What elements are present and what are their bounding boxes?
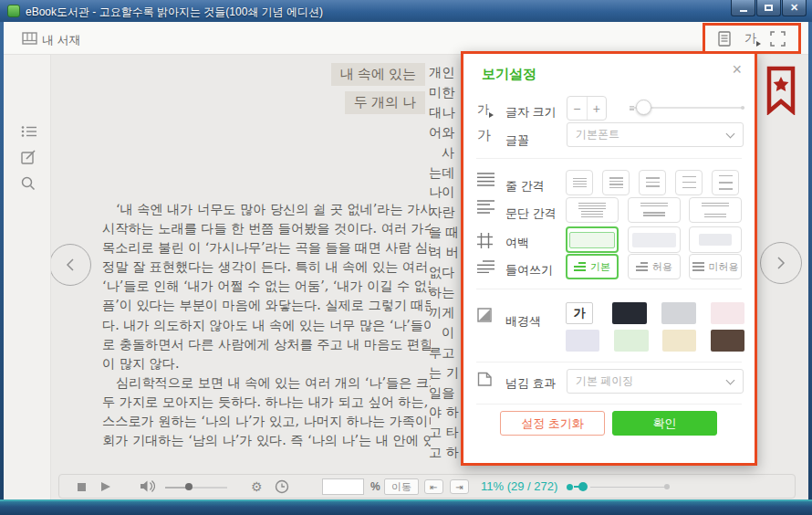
goto-button[interactable]: 이동	[384, 478, 419, 495]
page-view-settings-icon[interactable]	[718, 31, 731, 47]
line-spacing-option-4[interactable]	[675, 170, 703, 195]
font-size-slider[interactable]	[630, 100, 744, 116]
chevron-left-icon	[65, 258, 76, 272]
progress-track[interactable]	[590, 487, 665, 489]
bg-swatch-label: 가	[574, 305, 586, 321]
divider	[476, 289, 742, 289]
page-turn-effect-select[interactable]: 기본 페이징	[567, 369, 744, 394]
page-turn-effect-label: 넘김 효과	[505, 375, 557, 392]
bg-swatch-lavender[interactable]	[566, 330, 599, 352]
font-size-increase-button[interactable]: +	[588, 97, 607, 120]
font-face-value: 기본폰트	[576, 128, 619, 141]
bg-swatch-brown[interactable]	[711, 330, 744, 352]
tts-settings-gear-icon[interactable]: ⚙	[251, 479, 263, 494]
tts-play-icon[interactable]	[101, 482, 110, 491]
speaker-icon[interactable]	[140, 479, 155, 493]
chapter-title-line: 내 속에 있는	[331, 63, 425, 86]
margin-option-1-selected[interactable]	[566, 226, 619, 253]
text-line: 시작하는 노래를 다들 한 번쯤 들어봤을 것이다. 여러 가수의	[102, 219, 431, 238]
line-spacing-glyph	[719, 175, 733, 190]
slider-handle[interactable]	[636, 100, 651, 115]
window-frame-right	[808, 22, 812, 515]
jump-to-end-button[interactable]: ⇥	[450, 479, 469, 494]
table-of-contents-icon[interactable]	[21, 125, 37, 138]
paragraph-glyph	[578, 203, 606, 217]
margin-icon	[477, 233, 493, 248]
tts-stop-icon[interactable]	[78, 483, 86, 491]
line-spacing-glyph	[682, 176, 696, 189]
chevron-down-icon	[726, 130, 735, 139]
bg-swatch-dark[interactable]	[612, 302, 647, 324]
margin-label: 여백	[505, 235, 529, 251]
paragraph-spacing-option-2[interactable]	[628, 197, 681, 223]
search-icon[interactable]	[21, 176, 36, 191]
volume-slider-handle[interactable]	[185, 483, 193, 490]
fullscreen-icon[interactable]	[770, 31, 786, 47]
text-fragment: 대나	[429, 103, 461, 123]
line-spacing-option-1[interactable]	[566, 170, 593, 195]
text-line: ‘나’들로 인해 ‘내가 어쩔 수 없는 어둠’, ‘내가 이길 수 없는 슬	[102, 277, 431, 296]
app-icon	[7, 5, 20, 17]
chevron-right-icon	[776, 256, 786, 270]
font-face-select[interactable]: 기본폰트	[567, 122, 744, 147]
text-line: 목소리로 불린 이 ‘가시나무’라는 곡을 들을 때면 사람 심리를	[102, 238, 431, 258]
font-size-decrease-button[interactable]: −	[567, 97, 588, 120]
background-color-icon	[477, 308, 492, 322]
minimize-icon	[740, 10, 747, 12]
previous-page-button[interactable]	[49, 244, 91, 286]
margin-option-3[interactable]	[689, 226, 742, 253]
margin-glyph	[699, 234, 732, 246]
line-spacing-option-5[interactable]	[712, 170, 739, 195]
timer-clock-icon[interactable]	[275, 479, 289, 494]
font-face-label: 글꼴	[505, 132, 529, 149]
font-settings-icon[interactable]: 가	[744, 30, 756, 47]
bg-swatch-cream[interactable]	[662, 330, 696, 352]
close-button[interactable]: ✕	[782, 0, 807, 16]
indent-option-default-selected[interactable]: 기본	[566, 254, 619, 279]
margin-option-2[interactable]	[628, 226, 681, 253]
text-line: ‘내 속엔 내가 너무도 많아 당신의 쉴 곳 없네’라는 가사로	[102, 200, 431, 219]
text-line: 심리학적으로 보면 내 속에 있는 여러 개의 ‘나’들은 크게	[102, 373, 431, 393]
line-spacing-option-2[interactable]	[602, 170, 630, 195]
toolbar-top: 내 서재	[4, 22, 808, 55]
title-bar: eBook도서관 - 고요할수록 밝아지는 것들(100쇄 기념 에디션) ✕	[0, 0, 812, 22]
indent-option-label: 미허용	[709, 260, 739, 274]
bg-swatch-white[interactable]: 가	[566, 302, 593, 324]
progress-slider-handle[interactable]	[578, 482, 588, 491]
page-percent-input[interactable]	[322, 478, 364, 495]
bg-swatch-green[interactable]	[614, 330, 649, 352]
line-spacing-icon	[477, 173, 494, 186]
jump-to-start-button[interactable]: ⇤	[424, 479, 443, 494]
next-page-button[interactable]	[760, 242, 802, 284]
bg-swatch-gray[interactable]	[661, 302, 696, 324]
panel-close-icon[interactable]: ×	[732, 61, 742, 78]
chevron-down-icon	[726, 376, 735, 385]
indent-label: 들여쓰기	[505, 262, 553, 279]
my-library-button[interactable]: 내 서재	[42, 32, 81, 48]
bookmark-icon[interactable]	[765, 66, 797, 115]
close-icon: ✕	[790, 3, 798, 13]
chapter-title: 내 속에 있는 두 개의 나	[274, 63, 425, 120]
maximize-button[interactable]	[756, 0, 781, 16]
paragraph-spacing-option-3[interactable]	[689, 197, 742, 223]
divider	[476, 404, 742, 405]
view-settings-panel: 보기설정 × 가 글자 크기 − + 가 글꼴 기본폰트 줄 간격	[461, 51, 757, 466]
text-fragment: 고 타	[429, 423, 461, 443]
reset-settings-button[interactable]: 설정 초기화	[500, 411, 605, 436]
line-spacing-option-3[interactable]	[639, 170, 666, 195]
indent-option-disallow[interactable]: 미허용	[689, 254, 742, 279]
font-size-stepper: − +	[567, 96, 607, 121]
paragraph-glyph	[640, 203, 668, 217]
text-fragment: 나이	[429, 183, 461, 203]
notes-icon[interactable]	[21, 150, 36, 164]
paragraph-spacing-option-1[interactable]	[566, 197, 619, 223]
bg-swatch-pink[interactable]	[711, 302, 744, 324]
indent-glyph	[692, 261, 704, 271]
line-spacing-label: 줄 간격	[505, 178, 545, 194]
font-face-icon: 가	[477, 127, 491, 144]
text-fragment: 미한	[429, 83, 461, 103]
indent-option-allow[interactable]: 허용	[628, 254, 681, 279]
confirm-button[interactable]: 확인	[612, 411, 717, 436]
paragraph-spacing-label: 문단 간격	[505, 205, 557, 222]
minimize-button[interactable]	[731, 0, 755, 16]
